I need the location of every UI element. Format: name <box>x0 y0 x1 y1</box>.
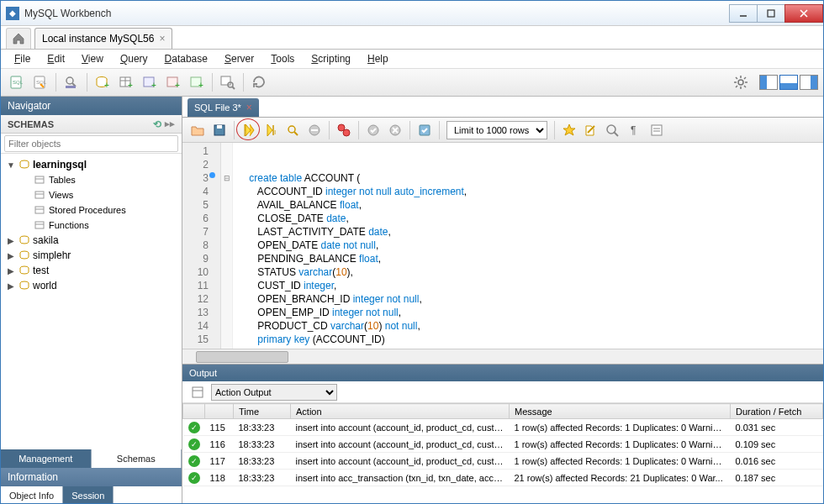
output-col[interactable] <box>183 404 205 419</box>
snippets-icon[interactable] <box>647 120 667 140</box>
create-schema-icon[interactable]: + <box>92 71 114 93</box>
maximize-button[interactable] <box>757 4 785 23</box>
open-sql-script-icon[interactable]: SQL <box>29 71 51 93</box>
tab-session[interactable]: Session <box>63 486 114 504</box>
minimize-button[interactable] <box>729 4 758 23</box>
db-learningsql[interactable]: ▼learningsql <box>1 157 182 172</box>
svg-line-64 <box>614 132 618 136</box>
code-text[interactable]: create table ACCOUNT ( ACCOUNT_ID intege… <box>233 143 823 349</box>
layout-left-panel-button[interactable] <box>759 75 778 90</box>
tab-management[interactable]: Management <box>1 449 92 468</box>
svg-point-52 <box>288 126 295 133</box>
execute-button[interactable] <box>239 120 259 140</box>
filter-objects-input[interactable] <box>4 135 178 152</box>
toggle-error-icon[interactable] <box>334 120 354 140</box>
schema-tree[interactable]: ▼learningsqlTablesViewsStored Procedures… <box>1 154 182 431</box>
output-table[interactable]: TimeActionMessageDuration / Fetch ✓11518… <box>182 403 823 504</box>
window-title: MySQL Workbench <box>24 8 111 19</box>
menu-tools[interactable]: Tools <box>264 51 301 66</box>
rollback-icon[interactable] <box>385 120 405 140</box>
create-function-icon[interactable]: + <box>186 71 208 93</box>
menu-database[interactable]: Database <box>158 51 214 66</box>
settings-gear-icon[interactable] <box>732 74 749 91</box>
create-view-icon[interactable]: + <box>139 71 161 93</box>
output-row[interactable]: ✓11818:33:23insert into acc_transaction … <box>183 470 823 486</box>
output-view-icon[interactable] <box>188 382 208 402</box>
db-test[interactable]: ▶test <box>1 263 182 278</box>
output-col[interactable] <box>205 404 234 419</box>
tree-node-functions[interactable]: Functions <box>1 218 182 233</box>
output-col[interactable]: Duration / Fetch <box>731 404 823 419</box>
tab-schemas[interactable]: Schemas <box>92 449 182 468</box>
output-row[interactable]: ✓11718:33:23insert into account (account… <box>183 453 823 470</box>
menu-file[interactable]: File <box>8 51 37 66</box>
create-procedure-icon[interactable]: + <box>162 71 184 93</box>
search-table-data-icon[interactable] <box>217 71 239 93</box>
save-file-icon[interactable] <box>209 120 230 140</box>
menu-edit[interactable]: Edit <box>40 51 71 66</box>
tree-node-stored-procedures[interactable]: Stored Procedures <box>1 202 182 218</box>
reconnect-icon[interactable] <box>248 71 270 93</box>
expand-icon[interactable]: ▸▸ <box>165 118 175 130</box>
menu-scripting[interactable]: Scripting <box>304 51 357 66</box>
editor-toolbar: I Limit to 1000 rows ¶ <box>182 118 823 143</box>
close-sql-tab-icon[interactable]: × <box>246 102 252 113</box>
svg-line-34 <box>736 86 737 87</box>
success-icon: ✓ <box>188 472 200 484</box>
horizontal-scrollbar[interactable] <box>182 349 823 364</box>
tree-node-tables[interactable]: Tables <box>1 172 182 187</box>
db-sakila[interactable]: ▶sakila <box>1 233 182 248</box>
tab-object-info[interactable]: Object Info <box>1 486 63 504</box>
wrap-icon[interactable]: ¶ <box>625 120 645 140</box>
svg-rect-23 <box>221 76 230 85</box>
connection-tab[interactable]: Local instance MySQL56 × <box>34 28 172 49</box>
output-col[interactable]: Message <box>510 404 731 419</box>
close-button[interactable] <box>784 4 823 23</box>
svg-line-33 <box>744 77 746 79</box>
svg-line-31 <box>736 77 737 79</box>
explain-icon[interactable] <box>283 120 303 140</box>
refresh-icon[interactable]: ⟲ <box>153 118 161 130</box>
db-world[interactable]: ▶world <box>1 278 182 293</box>
autocommit-icon[interactable] <box>415 120 435 140</box>
output-col[interactable]: Action <box>291 404 510 419</box>
find-icon[interactable] <box>581 120 601 140</box>
sql-file-tab[interactable]: SQL File 3* × <box>188 98 259 117</box>
invisible-chars-icon[interactable] <box>603 120 623 140</box>
stop-icon[interactable] <box>304 120 325 140</box>
output-row[interactable]: ✓11618:33:23insert into account (account… <box>183 436 823 453</box>
output-row[interactable]: ✓11518:33:23insert into account (account… <box>183 419 823 436</box>
new-sql-tab-icon[interactable]: SQL <box>6 71 28 93</box>
svg-text:+: + <box>175 81 180 90</box>
tree-node-views[interactable]: Views <box>1 187 182 202</box>
svg-rect-38 <box>35 192 44 198</box>
output-type-select[interactable]: Action Output <box>211 384 337 401</box>
layout-bottom-panel-button[interactable] <box>779 75 798 90</box>
close-tab-icon[interactable]: × <box>159 33 165 45</box>
output-header: Output <box>182 365 823 381</box>
row-limit-select[interactable]: Limit to 1000 rows <box>446 121 547 139</box>
create-table-icon[interactable]: + <box>115 71 137 93</box>
svg-text:¶: ¶ <box>631 124 636 136</box>
breakpoint-icon[interactable] <box>209 172 215 178</box>
layout-right-panel-button[interactable] <box>800 75 818 90</box>
open-file-icon[interactable] <box>188 120 208 140</box>
sql-editor[interactable]: 12345678910111213141516 ⊟ create table A… <box>182 143 823 349</box>
line-gutter: 12345678910111213141516 <box>182 143 221 349</box>
beautify-icon[interactable] <box>559 120 579 140</box>
menu-bar: FileEditViewQueryDatabaseServerToolsScri… <box>1 50 823 68</box>
window-titlebar: ◆ MySQL Workbench <box>1 1 823 26</box>
menu-view[interactable]: View <box>75 51 110 66</box>
commit-icon[interactable] <box>363 120 383 140</box>
menu-help[interactable]: Help <box>361 51 395 66</box>
svg-point-57 <box>343 129 350 136</box>
menu-query[interactable]: Query <box>114 51 155 66</box>
execute-current-icon[interactable]: I <box>261 120 281 140</box>
svg-text:+: + <box>151 81 156 90</box>
home-tab[interactable] <box>6 28 31 49</box>
menu-server[interactable]: Server <box>218 51 261 66</box>
db-simplehr[interactable]: ▶simplehr <box>1 248 182 263</box>
inspector-icon[interactable] <box>61 71 82 93</box>
svg-rect-10 <box>66 86 76 88</box>
output-col[interactable]: Time <box>234 404 291 419</box>
